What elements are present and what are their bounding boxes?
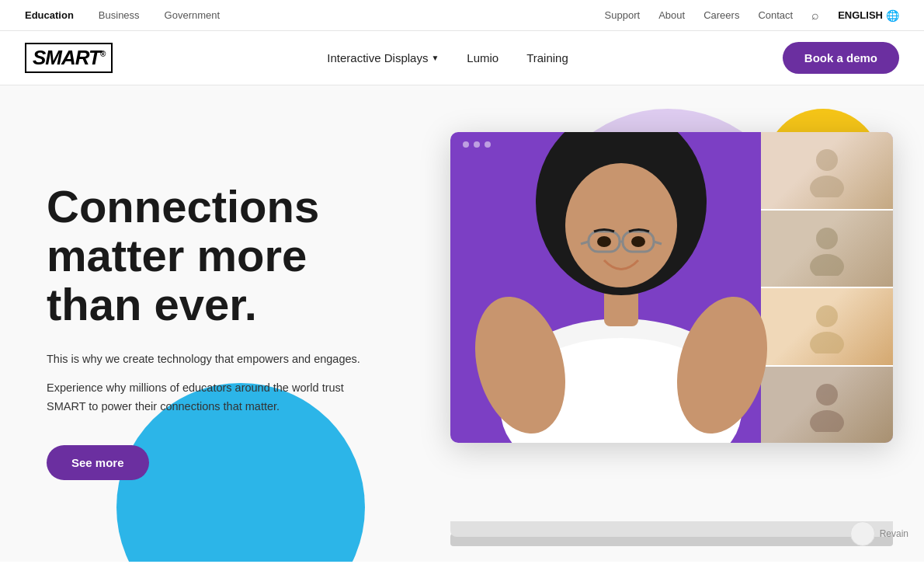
- revain-badge: Revain: [850, 521, 908, 546]
- nav-business[interactable]: Business: [99, 9, 140, 21]
- hero-subtext-2: Experience why millions of educators aro…: [47, 379, 373, 415]
- smart-logo[interactable]: SMART®: [25, 43, 113, 73]
- nav-training[interactable]: Training: [526, 51, 568, 64]
- dot-1: [463, 141, 469, 148]
- dot-2: [474, 141, 480, 148]
- language-selector[interactable]: ENGLISH 🌐: [838, 9, 899, 22]
- nav-education[interactable]: Education: [25, 9, 74, 21]
- svg-point-1: [810, 176, 844, 197]
- svg-point-5: [810, 332, 844, 353]
- hero-person: [474, 132, 769, 443]
- person-silhouette: [474, 132, 769, 443]
- hero-visual: [427, 85, 924, 562]
- hero-content: Connections matter more than ever. This …: [0, 85, 373, 562]
- top-nav-left: Education Business Government: [25, 9, 220, 21]
- video-cell-1: [761, 132, 893, 211]
- svg-point-3: [810, 254, 844, 276]
- video-grid: [761, 132, 893, 443]
- svg-point-2: [816, 228, 838, 249]
- nav-support[interactable]: Support: [605, 9, 641, 21]
- svg-point-0: [816, 149, 838, 171]
- globe-icon: 🌐: [886, 9, 899, 22]
- person-icon-2: [804, 221, 850, 276]
- nav-interactive-displays[interactable]: Interactive Displays ▼: [327, 51, 439, 64]
- video-cell-2: [761, 211, 893, 289]
- hero-headline: Connections matter more than ever.: [47, 183, 373, 329]
- search-icon[interactable]: ⌕: [811, 9, 819, 23]
- top-navigation: Education Business Government Support Ab…: [0, 0, 924, 31]
- revain-icon: [850, 521, 875, 546]
- person-icon-3: [804, 299, 850, 353]
- display-inner: [450, 132, 893, 443]
- dot-3: [485, 141, 491, 148]
- svg-point-17: [597, 236, 611, 247]
- see-more-button[interactable]: See more: [47, 445, 149, 480]
- revain-label: Revain: [880, 528, 908, 539]
- nav-careers[interactable]: Careers: [703, 9, 739, 21]
- svg-point-4: [816, 305, 838, 327]
- nav-about[interactable]: About: [658, 9, 685, 21]
- book-demo-button[interactable]: Book a demo: [783, 42, 899, 74]
- main-nav-links: Interactive Displays ▼ Lumio Training: [327, 51, 568, 64]
- person-icon-1: [804, 143, 850, 197]
- video-cell-3: [761, 288, 893, 367]
- nav-contact[interactable]: Contact: [758, 9, 793, 21]
- chevron-down-icon: ▼: [431, 54, 439, 62]
- language-label: ENGLISH: [838, 9, 883, 21]
- person-icon-4: [804, 378, 850, 432]
- video-cell-4: [761, 367, 893, 444]
- svg-point-7: [810, 410, 844, 432]
- display-stand: [450, 521, 893, 537]
- display-dots: [463, 141, 491, 148]
- hero-section: Connections matter more than ever. This …: [0, 85, 924, 562]
- interactive-display: [450, 132, 893, 443]
- svg-point-18: [631, 236, 645, 247]
- main-navigation: SMART® Interactive Displays ▼ Lumio Trai…: [0, 31, 924, 85]
- top-nav-right: Support About Careers Contact ⌕ ENGLISH …: [605, 9, 899, 23]
- nav-government[interactable]: Government: [165, 9, 221, 21]
- nav-lumio[interactable]: Lumio: [467, 51, 498, 64]
- hero-subtext-1: This is why we create technology that em…: [47, 350, 373, 368]
- svg-point-6: [816, 384, 838, 406]
